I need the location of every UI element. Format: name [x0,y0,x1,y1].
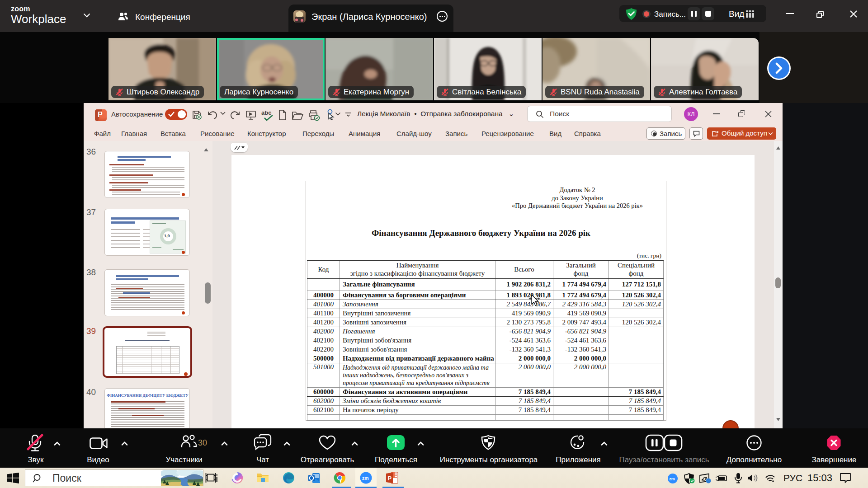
svg-text:P: P [388,475,392,482]
svg-text:abc: abc [261,109,271,116]
svg-text:zm: zm [362,475,369,481]
svg-text:zm: zm [669,477,675,481]
